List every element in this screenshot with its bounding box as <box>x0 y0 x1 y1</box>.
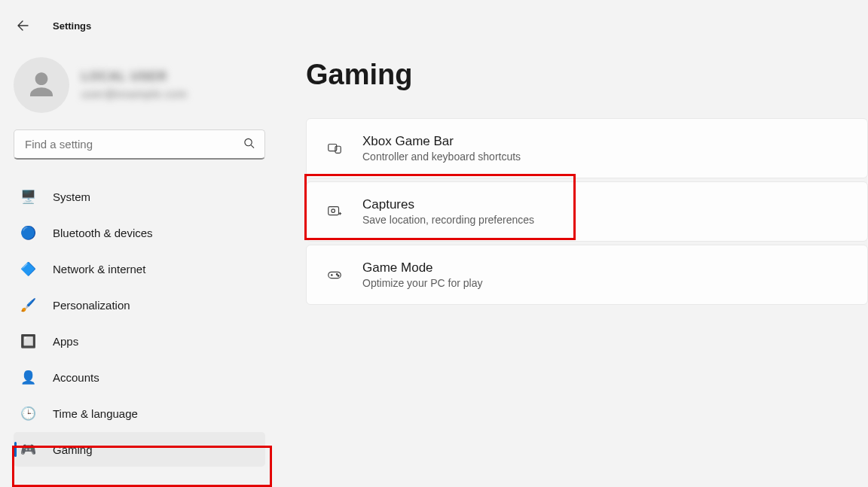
search-icon <box>243 138 255 152</box>
sidebar-item-label: Accounts <box>53 371 99 384</box>
svg-line-1 <box>251 145 254 148</box>
sidebar-item-label: Apps <box>53 335 78 348</box>
search-input[interactable] <box>14 129 265 160</box>
captures-icon <box>325 202 344 221</box>
card-title: Captures <box>362 197 534 212</box>
svg-point-11 <box>336 274 338 275</box>
sidebar-item-time-language[interactable]: 🕒 Time & language <box>14 396 265 431</box>
sidebar-item-label: Network & internet <box>53 263 145 275</box>
card-subtitle: Controller and keyboard shortcuts <box>362 151 521 163</box>
apps-icon: 🔲 <box>20 333 36 349</box>
profile-block[interactable]: LOCAL USER user@example.com <box>14 57 265 129</box>
avatar <box>14 57 69 113</box>
clock-icon: 🕒 <box>20 406 36 422</box>
sidebar-item-network[interactable]: 🔷 Network & internet <box>14 251 265 286</box>
card-game-mode[interactable]: Game Mode Optimize your PC for play <box>306 245 868 305</box>
display-icon: 🖥️ <box>20 189 36 205</box>
page-title: Gaming <box>306 59 868 91</box>
sidebar-item-label: Bluetooth & devices <box>53 227 153 239</box>
card-subtitle: Optimize your PC for play <box>362 277 483 289</box>
svg-point-12 <box>338 275 339 277</box>
svg-rect-4 <box>329 207 339 215</box>
bluetooth-icon: 🔵 <box>20 225 36 241</box>
nav-list: 🖥️ System 🔵 Bluetooth & devices 🔷 Networ… <box>14 179 265 467</box>
sidebar-item-apps[interactable]: 🔲 Apps <box>14 324 265 358</box>
svg-point-0 <box>245 138 252 145</box>
person-icon <box>26 70 57 100</box>
sidebar-item-gaming[interactable]: 🎮 Gaming <box>14 432 265 467</box>
card-title: Xbox Game Bar <box>362 134 521 149</box>
sidebar: LOCAL USER user@example.com 🖥️ System 🔵 … <box>0 51 279 467</box>
sidebar-item-label: Personalization <box>53 299 130 312</box>
sidebar-item-personalization[interactable]: 🖌️ Personalization <box>14 288 265 322</box>
sidebar-item-bluetooth[interactable]: 🔵 Bluetooth & devices <box>14 215 265 250</box>
profile-email: user@example.com <box>81 88 188 100</box>
card-xbox-game-bar[interactable]: Xbox Game Bar Controller and keyboard sh… <box>306 118 868 178</box>
game-mode-icon <box>325 265 344 285</box>
accounts-icon: 👤 <box>20 370 36 385</box>
arrow-left-icon <box>17 20 29 32</box>
card-subtitle: Save location, recording preferences <box>362 214 534 226</box>
app-title: Settings <box>53 20 91 32</box>
back-button[interactable] <box>11 14 35 38</box>
sidebar-item-label: System <box>53 190 90 203</box>
sidebar-item-system[interactable]: 🖥️ System <box>14 179 265 214</box>
card-captures[interactable]: Captures Save location, recording prefer… <box>306 181 868 242</box>
card-title: Game Mode <box>362 260 483 275</box>
gaming-icon: 🎮 <box>20 442 36 458</box>
profile-name: LOCAL USER <box>81 70 188 84</box>
brush-icon: 🖌️ <box>20 297 36 313</box>
sidebar-item-accounts[interactable]: 👤 Accounts <box>14 360 265 394</box>
svg-point-5 <box>332 209 335 213</box>
xbox-bar-icon <box>325 138 344 158</box>
sidebar-item-label: Time & language <box>53 407 138 420</box>
svg-rect-3 <box>335 146 341 153</box>
main-content: Gaming Xbox Game Bar Controller and keyb… <box>279 51 868 467</box>
sidebar-item-label: Gaming <box>53 443 93 456</box>
search-box <box>14 129 265 160</box>
wifi-icon: 🔷 <box>20 261 36 277</box>
